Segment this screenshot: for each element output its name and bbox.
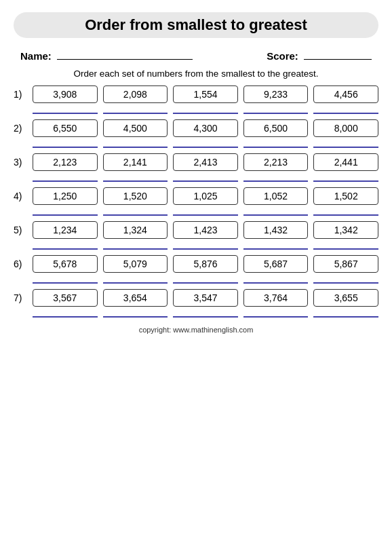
- answer-line-1-5[interactable]: [313, 106, 378, 114]
- number-box-7-1: 3,567: [33, 289, 98, 307]
- answer-line-4-2[interactable]: [103, 208, 168, 216]
- answer-line-1-2[interactable]: [103, 106, 168, 114]
- answer-line-6-3[interactable]: [173, 275, 238, 284]
- number-box-4-1: 1,250: [33, 187, 98, 205]
- score-line: [304, 59, 372, 60]
- number-box-5-3: 1,423: [173, 221, 238, 239]
- answer-line-3-2[interactable]: [103, 174, 168, 182]
- name-line: [57, 59, 193, 60]
- answer-line-6-1[interactable]: [33, 275, 98, 284]
- number-box-6-4: 5,687: [243, 255, 309, 273]
- answer-line-5-1[interactable]: [33, 242, 98, 250]
- answer-line-2-5[interactable]: [313, 140, 378, 148]
- number-box-1-1: 3,908: [33, 85, 98, 103]
- number-box-1-5: 4,456: [313, 85, 378, 103]
- number-box-4-5: 1,502: [313, 187, 378, 205]
- answer-line-5-2[interactable]: [103, 242, 168, 250]
- answer-line-2-1[interactable]: [33, 140, 98, 148]
- answer-line-6-2[interactable]: [103, 275, 168, 284]
- problem-4: 4)1,2501,5201,0251,0521,502: [14, 187, 378, 216]
- problem-6: 6)5,6785,0795,8765,6875,867: [14, 255, 378, 284]
- instructions: Order each set of numbers from the small…: [14, 69, 378, 79]
- number-box-3-1: 2,123: [33, 153, 98, 171]
- answer-line-7-3[interactable]: [173, 309, 238, 318]
- number-box-1-2: 2,098: [103, 85, 168, 103]
- answer-line-4-1[interactable]: [33, 208, 98, 216]
- number-box-4-2: 1,520: [103, 187, 168, 205]
- answer-line-3-3[interactable]: [173, 174, 238, 182]
- answer-line-1-3[interactable]: [173, 106, 238, 114]
- copyright: copyright: www.mathinenglish.com: [14, 326, 378, 334]
- problem-number-7: 7): [14, 292, 33, 303]
- number-box-1-4: 9,233: [243, 85, 309, 103]
- problem-7: 7)3,5673,6543,5473,7643,655: [14, 289, 378, 318]
- name-label: Name:: [20, 50, 52, 62]
- answer-line-7-1[interactable]: [33, 309, 98, 318]
- problem-1: 1)3,9082,0981,5549,2334,456: [14, 85, 378, 114]
- score-field: Score:: [267, 50, 372, 62]
- answer-line-4-4[interactable]: [243, 208, 309, 216]
- number-box-2-2: 4,500: [103, 119, 168, 137]
- answer-line-3-4[interactable]: [243, 174, 309, 182]
- answer-line-1-4[interactable]: [243, 106, 309, 114]
- problem-number-6: 6): [14, 259, 33, 269]
- answer-line-5-3[interactable]: [173, 242, 238, 250]
- number-box-3-2: 2,141: [103, 153, 168, 171]
- problem-number-1: 1): [14, 89, 33, 100]
- number-box-4-4: 1,052: [243, 187, 309, 205]
- problem-number-3: 3): [14, 157, 33, 168]
- number-box-3-3: 2,413: [173, 153, 238, 171]
- number-box-4-3: 1,025: [173, 187, 238, 205]
- number-box-6-3: 5,876: [173, 255, 238, 273]
- problem-5: 5)1,2341,3241,4231,4321,342: [14, 221, 378, 250]
- number-box-6-1: 5,678: [33, 255, 98, 273]
- number-box-1-3: 1,554: [173, 85, 238, 103]
- answer-line-7-2[interactable]: [103, 309, 168, 318]
- answer-line-5-4[interactable]: [243, 242, 309, 250]
- answer-line-6-5[interactable]: [313, 275, 378, 284]
- page-title: Order from smallest to greatest: [14, 12, 378, 38]
- answer-line-4-5[interactable]: [313, 208, 378, 216]
- answer-line-7-4[interactable]: [243, 309, 309, 318]
- answer-line-3-5[interactable]: [313, 174, 378, 182]
- number-box-3-4: 2,213: [243, 153, 309, 171]
- problems-container: 1)3,9082,0981,5549,2334,4562)6,5504,5004…: [14, 85, 378, 318]
- answer-line-7-5[interactable]: [313, 309, 378, 318]
- number-box-5-4: 1,432: [243, 221, 309, 239]
- answer-line-2-4[interactable]: [243, 140, 309, 148]
- answer-line-4-3[interactable]: [173, 208, 238, 216]
- number-box-7-2: 3,654: [103, 289, 168, 307]
- answer-line-5-5[interactable]: [313, 242, 378, 250]
- number-box-7-3: 3,547: [173, 289, 238, 307]
- number-box-2-4: 6,500: [243, 119, 309, 137]
- problem-3: 3)2,1232,1412,4132,2132,441: [14, 153, 378, 182]
- number-box-7-4: 3,764: [243, 289, 309, 307]
- name-field: Name:: [20, 50, 193, 62]
- answer-line-2-3[interactable]: [173, 140, 238, 148]
- number-box-2-3: 4,300: [173, 119, 238, 137]
- answer-line-1-1[interactable]: [33, 106, 98, 114]
- score-label: Score:: [267, 50, 298, 62]
- number-box-2-1: 6,550: [33, 119, 98, 137]
- number-box-5-2: 1,324: [103, 221, 168, 239]
- problem-number-5: 5): [14, 225, 33, 235]
- problem-number-4: 4): [14, 191, 33, 202]
- number-box-5-5: 1,342: [313, 221, 378, 239]
- number-box-3-5: 2,441: [313, 153, 378, 171]
- number-box-5-1: 1,234: [33, 221, 98, 239]
- answer-line-3-1[interactable]: [33, 174, 98, 182]
- number-box-6-2: 5,079: [103, 255, 168, 273]
- answer-line-6-4[interactable]: [243, 275, 309, 284]
- number-box-2-5: 8,000: [313, 119, 378, 137]
- number-box-6-5: 5,867: [313, 255, 378, 273]
- problem-number-2: 2): [14, 123, 33, 134]
- answer-line-2-2[interactable]: [103, 140, 168, 148]
- number-box-7-5: 3,655: [313, 289, 378, 307]
- problem-2: 2)6,5504,5004,3006,5008,000: [14, 119, 378, 148]
